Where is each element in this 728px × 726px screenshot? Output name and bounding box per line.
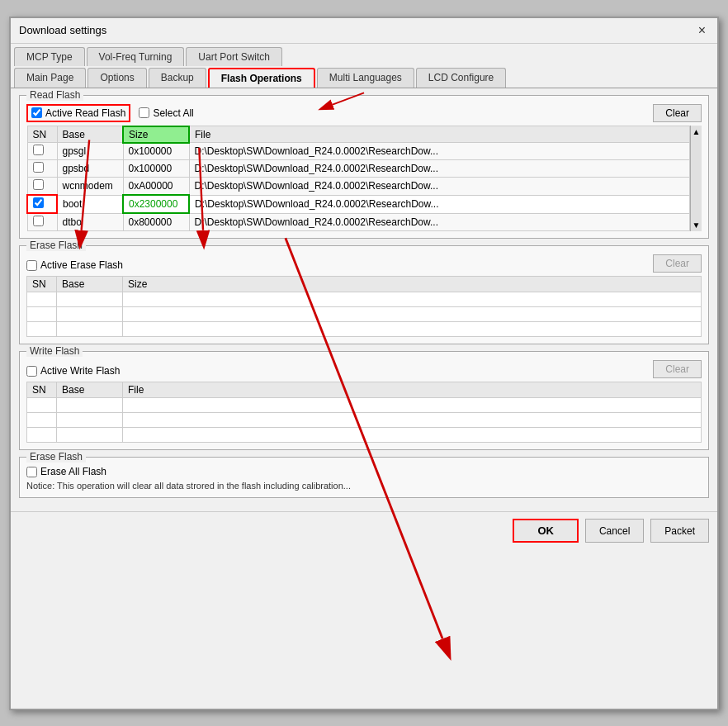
col-sn: SN [27, 126, 57, 143]
empty-row [27, 307, 702, 322]
select-all-checkbox[interactable] [139, 107, 149, 118]
col-base: Base [57, 277, 123, 292]
write-flash-title: Write Flash [26, 345, 83, 357]
row-checkbox[interactable] [33, 179, 44, 190]
tab-multi-languages[interactable]: Multi Languages [317, 68, 414, 88]
erase-notice: Notice: This operation will clear all da… [26, 481, 702, 491]
tab-uart-port[interactable]: Uart Port Switch [186, 47, 282, 66]
row-sn-boot [27, 195, 57, 213]
scroll-down-icon[interactable]: ▼ [691, 219, 702, 231]
active-read-flash-checkbox[interactable] [31, 107, 42, 118]
tab-backup[interactable]: Backup [149, 68, 206, 88]
erase-all-flash-text: Erase All Flash [40, 466, 106, 477]
scroll-up-icon[interactable]: ▲ [691, 126, 702, 138]
row-base: dtbo [57, 213, 123, 231]
row-size: 0x800000 [123, 213, 189, 231]
col-file: File [123, 382, 702, 398]
tab-flash-operations[interactable]: Flash Operations [208, 68, 315, 88]
active-write-flash-checkbox[interactable] [26, 366, 37, 377]
active-erase-flash-checkbox[interactable] [26, 260, 37, 271]
row-size: 0xA00000 [123, 178, 189, 196]
col-size: Size [123, 277, 702, 292]
empty-row [27, 428, 702, 443]
empty-row [27, 398, 702, 413]
table-row: gpsgl 0x100000 D:\Desktop\SW\Download_R2… [27, 143, 690, 160]
active-read-flash-text: Active Read Flash [45, 107, 125, 119]
erase-flash-top-section: Erase Flash Active Erase Flash Clear SN … [19, 245, 709, 344]
read-flash-title: Read Flash [26, 89, 83, 101]
row-checkbox[interactable] [33, 145, 44, 155]
close-button[interactable]: × [695, 23, 709, 38]
write-flash-header: Active Write Flash Clear [26, 360, 702, 378]
tabs-container: MCP Type Vol-Freq Turning Uart Port Swit… [11, 44, 717, 88]
tab-vol-freq[interactable]: Vol-Freq Turning [87, 47, 185, 66]
ok-button[interactable]: OK [513, 519, 579, 543]
active-erase-flash-label[interactable]: Active Erase Flash [26, 259, 123, 271]
row-checkbox[interactable] [33, 216, 44, 226]
col-base: Base [57, 126, 123, 143]
tab-lcd-configure[interactable]: LCD Configure [416, 68, 506, 88]
erase-flash-table: SN Base Size [26, 276, 702, 337]
read-flash-header: Active Read Flash Select All Clear [26, 104, 702, 122]
read-flash-table: SN Base Size File gpsgl 0x100000 D:\Desk… [26, 126, 690, 232]
erase-all-flash-checkbox[interactable] [26, 467, 37, 477]
tab-options[interactable]: Options [87, 68, 146, 88]
table-row: gpsbd 0x100000 D:\Desktop\SW\Download_R2… [27, 160, 690, 178]
read-flash-section: Read Flash Active Read Flash Select All … [19, 95, 709, 240]
empty-row [27, 413, 702, 428]
row-size-boot: 0x2300000 [123, 195, 189, 213]
row-checkbox[interactable] [33, 162, 44, 173]
cancel-button[interactable]: Cancel [585, 519, 644, 543]
content-area: Read Flash Active Read Flash Select All … [11, 88, 717, 512]
empty-row [27, 322, 702, 337]
row-file-boot: D:\Desktop\SW\Download_R24.0.0002\Resear… [189, 195, 690, 213]
row-base-boot: boot [57, 195, 123, 213]
title-bar: Download settings × [11, 18, 717, 44]
row-base: gpsbd [57, 160, 123, 178]
write-flash-clear-button[interactable]: Clear [653, 360, 702, 378]
tabs-bottom-row: Main Page Options Backup Flash Operation… [11, 66, 717, 88]
erase-flash-bottom-section: Erase Flash Erase All Flash Notice: This… [19, 457, 709, 498]
main-window: Download settings × MCP Type Vol-Freq Tu… [9, 17, 719, 710]
active-read-flash-label[interactable]: Active Read Flash [26, 104, 130, 122]
write-flash-section: Write Flash Active Write Flash Clear SN … [19, 351, 709, 450]
table-row-boot: boot 0x2300000 D:\Desktop\SW\Download_R2… [27, 195, 690, 213]
erase-flash-bottom-title: Erase Flash [26, 451, 86, 463]
read-flash-table-wrapper: SN Base Size File gpsgl 0x100000 D:\Desk… [26, 126, 702, 232]
row-base: gpsgl [57, 143, 123, 160]
erase-all-flash-label[interactable]: Erase All Flash [26, 466, 702, 477]
row-file: D:\Desktop\SW\Download_R24.0.0002\Resear… [189, 178, 690, 196]
row-file: D:\Desktop\SW\Download_R24.0.0002\Resear… [189, 160, 690, 178]
row-file: D:\Desktop\SW\Download_R24.0.0002\Resear… [189, 213, 690, 231]
tab-mcp-type[interactable]: MCP Type [14, 47, 85, 66]
col-sn: SN [27, 382, 57, 398]
table-row: dtbo 0x800000 D:\Desktop\SW\Download_R24… [27, 213, 690, 231]
select-all-text: Select All [153, 107, 193, 119]
row-sn [27, 213, 57, 231]
row-file: D:\Desktop\SW\Download_R24.0.0002\Resear… [189, 143, 690, 160]
read-flash-clear-button[interactable]: Clear [653, 104, 702, 122]
footer-buttons: OK Cancel Packet [11, 511, 717, 549]
scrollbar[interactable]: ▲ ▼ [690, 126, 702, 232]
row-sn [27, 178, 57, 196]
erase-flash-clear-button[interactable]: Clear [653, 254, 702, 273]
active-write-flash-label[interactable]: Active Write Flash [26, 365, 120, 377]
col-file: File [189, 126, 690, 143]
col-sn: SN [27, 277, 57, 292]
read-flash-controls: Active Read Flash Select All [26, 104, 194, 122]
select-all-label[interactable]: Select All [139, 107, 193, 119]
packet-button[interactable]: Packet [650, 519, 709, 543]
table-row: wcnmodem 0xA00000 D:\Desktop\SW\Download… [27, 178, 690, 196]
tabs-top-row: MCP Type Vol-Freq Turning Uart Port Swit… [11, 44, 717, 66]
active-erase-flash-text: Active Erase Flash [40, 259, 123, 271]
tab-main-page[interactable]: Main Page [14, 68, 86, 88]
row-sn [27, 160, 57, 178]
row-size: 0x100000 [123, 143, 189, 160]
write-flash-table: SN Base File [26, 382, 702, 443]
col-size: Size [123, 126, 189, 143]
erase-flash-top-title: Erase Flash [26, 240, 86, 251]
row-checkbox-boot[interactable] [33, 197, 44, 208]
erase-flash-top-header: Active Erase Flash Clear [26, 254, 702, 273]
active-write-flash-text: Active Write Flash [40, 365, 120, 377]
col-base: Base [57, 382, 123, 398]
